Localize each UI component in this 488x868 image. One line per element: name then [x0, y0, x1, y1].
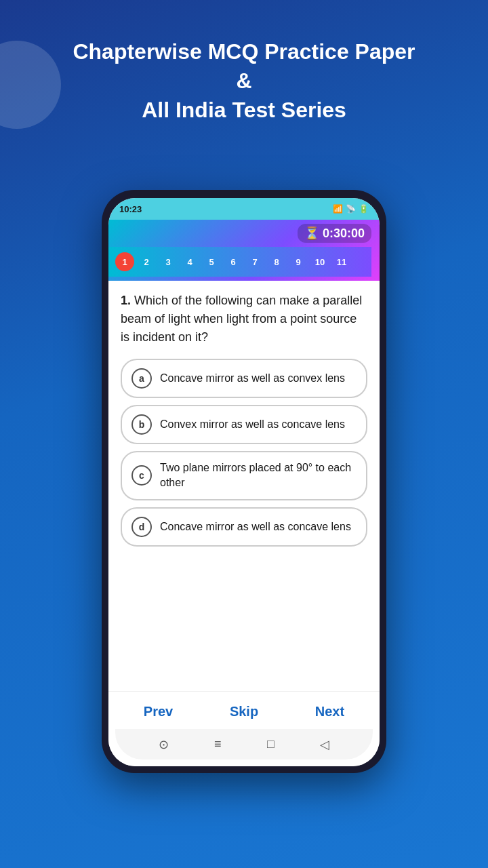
option-a-label: a [131, 368, 152, 389]
prev-button[interactable]: Prev [133, 701, 184, 722]
q-num-1[interactable]: 1 [115, 252, 134, 271]
app-header: Chapterwise MCQ Practice Paper & All Ind… [0, 37, 488, 125]
timer-icon: ⏳ [304, 226, 319, 240]
option-b-label: b [131, 414, 152, 435]
option-a-text: Concave mirror as well as convex lens [160, 371, 345, 386]
timer-value: 0:30:00 [323, 226, 365, 240]
q-num-10[interactable]: 10 [310, 252, 329, 271]
navigation-bar: Prev Skip Next [108, 691, 380, 729]
quiz-header: ⏳ 0:30:00 1 2 3 4 5 6 7 8 9 10 11 [108, 220, 380, 281]
header-line2: & [236, 68, 251, 93]
question-number: 1. [121, 294, 131, 307]
option-c[interactable]: c Two plane mirrors placed at 90° to eac… [121, 451, 367, 500]
phone-bottom-bar: ⊙ ≡ □ ◁ [115, 729, 373, 760]
option-c-text: Two plane mirrors placed at 90° to each … [160, 460, 357, 491]
signal-icon: 📡 [346, 204, 356, 214]
q-num-7[interactable]: 7 [245, 252, 264, 271]
q-num-9[interactable]: 9 [289, 252, 308, 271]
q-num-4[interactable]: 4 [180, 252, 199, 271]
question-number-bar: 1 2 3 4 5 6 7 8 9 10 11 [108, 247, 371, 277]
recents-icon[interactable]: □ [267, 737, 274, 751]
back-icon[interactable]: ◁ [320, 737, 329, 752]
timer-display: ⏳ 0:30:00 [298, 224, 371, 243]
question-body: Which of the following can make a parall… [121, 294, 362, 344]
phone-screen: 10:23 📶 📡 🔋 ⏳ 0:30:00 1 2 3 4 5 6 7 [108, 198, 380, 766]
question-text: 1. Which of the following can make a par… [121, 292, 367, 347]
q-num-6[interactable]: 6 [224, 252, 243, 271]
status-icons: 📶 📡 🔋 [333, 204, 369, 214]
status-time: 10:23 [119, 204, 142, 214]
option-c-label: c [131, 465, 152, 486]
header-line1: Chapterwise MCQ Practice Paper [73, 39, 415, 64]
next-button[interactable]: Next [304, 701, 355, 722]
q-num-11[interactable]: 11 [332, 252, 351, 271]
header-line3: All India Test Series [142, 98, 346, 122]
skip-button[interactable]: Skip [219, 701, 269, 722]
q-num-2[interactable]: 2 [137, 252, 156, 271]
option-a[interactable]: a Concave mirror as well as convex lens [121, 359, 367, 398]
q-num-3[interactable]: 3 [159, 252, 178, 271]
option-d-text: Concave mirror as well as concave lens [160, 519, 351, 534]
wifi-icon: 📶 [333, 204, 343, 214]
q-num-8[interactable]: 8 [267, 252, 286, 271]
phone-frame: 10:23 📶 📡 🔋 ⏳ 0:30:00 1 2 3 4 5 6 7 [102, 190, 386, 773]
q-num-5[interactable]: 5 [202, 252, 221, 271]
menu-icon[interactable]: ≡ [214, 737, 222, 751]
option-b[interactable]: b Convex mirror as well as concave lens [121, 405, 367, 444]
option-d-label: d [131, 517, 152, 537]
option-b-text: Convex mirror as well as concave lens [160, 417, 345, 432]
battery-icon: 🔋 [359, 204, 369, 214]
home-icon[interactable]: ⊙ [159, 737, 169, 752]
status-bar: 10:23 📶 📡 🔋 [108, 198, 380, 220]
option-d[interactable]: d Concave mirror as well as concave lens [121, 507, 367, 547]
